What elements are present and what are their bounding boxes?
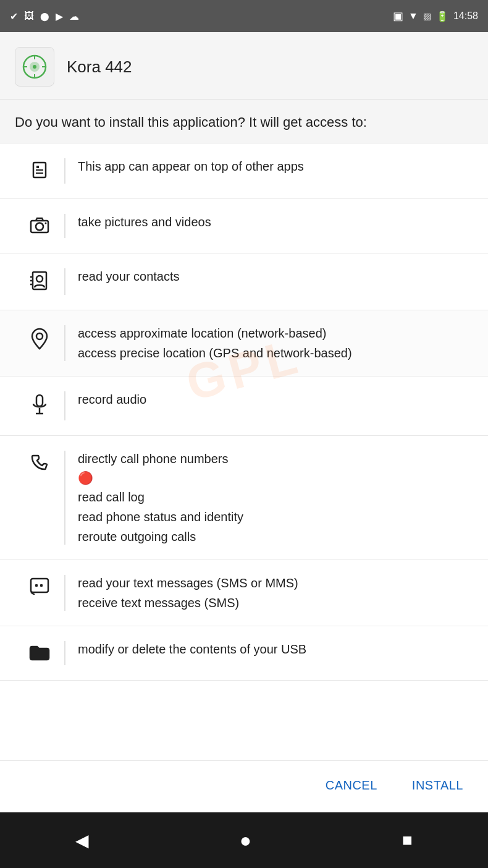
install-question-text: Do you want to install this application?… [15,114,367,130]
permission-item-phone: directly call phone numbers 🔴 read call … [0,436,488,560]
permission-text-call: directly call phone numbers [78,451,473,467]
permission-text-audio: record audio [78,391,473,407]
permission-texts: modify or delete the contents of your US… [78,641,473,657]
warning-emoji: 🔴 [78,470,93,485]
mic-icon [32,394,48,420]
permission-text-contacts: read your contacts [78,268,473,284]
divider [64,391,65,420]
permission-item-storage: modify or delete the contents of your US… [0,626,488,681]
permission-text-calllog: read call log [78,489,473,505]
permissions-list: This app can appear on top of other apps… [0,143,488,760]
contacts-icon [30,271,49,295]
recents-button[interactable]: ■ [402,830,413,850]
cancel-button[interactable]: CANCEL [316,771,387,800]
play-icon: ▶ [56,11,63,22]
svg-rect-24 [35,584,38,587]
install-question: Do you want to install this application?… [0,100,488,143]
home-button[interactable]: ● [240,829,251,852]
permission-icon-col [15,214,64,238]
permission-text-storage: modify or delete the contents of your US… [78,641,473,657]
permission-icon-col [15,575,64,599]
permission-item-contacts: read your contacts [0,253,488,310]
cloud-icon: ☁ [69,11,79,22]
permission-texts: read your text messages (SMS or MMS) rec… [78,575,473,611]
permission-item-sms: read your text messages (SMS or MMS) rec… [0,560,488,626]
svg-rect-20 [36,395,43,406]
divider [64,268,65,295]
back-button[interactable]: ◀ [75,830,89,851]
divider [64,214,65,238]
circle-icon: ⬤ [40,12,49,21]
svg-rect-23 [31,579,48,592]
permission-texts: read your contacts [78,268,473,284]
divider [64,451,65,545]
permission-text-location-precise: access precise location (GPS and network… [78,345,473,361]
svg-point-2 [33,65,36,69]
permission-texts: access approximate location (network-bas… [78,325,473,361]
action-buttons: CANCEL INSTALL [0,760,488,812]
permission-item-camera: take pictures and videos [0,199,488,253]
permission-text-phonestatus: read phone status and identity [78,509,473,525]
permission-item-location: access approximate location (network-bas… [0,310,488,377]
svg-point-15 [36,276,43,282]
app-icon [15,47,54,87]
divider [64,325,65,361]
app-header: Kora 442 [0,32,488,100]
svg-point-12 [36,223,43,230]
divider [64,641,65,665]
permission-texts: record audio [78,391,473,407]
nav-bar: ◀ ● ■ [0,812,488,868]
main-content: Kora 442 Do you want to install this app… [0,32,488,812]
permission-warning-money: 🔴 [78,470,473,485]
vibrate-icon: ▣ [393,9,403,23]
time-display: 14:58 [453,11,478,22]
permission-icon-col [15,451,64,477]
phone-icon [30,453,49,477]
svg-rect-25 [40,584,43,587]
battery-icon: 🔋 [436,11,448,22]
signal-off-icon: ▨ [423,11,431,21]
permission-text-reroute: reroute outgoing calls [78,529,473,545]
permission-icon-col [15,158,64,184]
svg-rect-8 [36,166,39,168]
status-bar-right: ▣ ▼ ▨ 🔋 14:58 [393,9,478,23]
wifi-icon: ▼ [408,11,418,22]
permission-text-sms-read: read your text messages (SMS or MMS) [78,575,473,591]
divider [64,158,65,184]
app-name: Kora 442 [67,57,132,77]
location-icon [31,328,48,354]
svg-point-13 [45,222,47,224]
permission-text-camera: take pictures and videos [78,214,473,230]
permission-item-overlay: This app can appear on top of other apps [0,143,488,199]
check-icon: ✔ [10,11,18,22]
status-bar: ✔ 🖼 ⬤ ▶ ☁ ▣ ▼ ▨ 🔋 14:58 [0,0,488,32]
install-button[interactable]: INSTALL [402,771,473,800]
divider [64,575,65,611]
permission-text-sms-receive: receive text messages (SMS) [78,595,473,611]
permission-icon-col [15,391,64,420]
permission-icon-col [15,268,64,295]
permission-item-audio: record audio [0,377,488,436]
folder-icon [29,644,50,665]
image-icon: 🖼 [24,11,34,22]
info-icon [30,161,49,184]
camera-icon [30,216,49,238]
permission-text-location-approx: access approximate location (network-bas… [78,325,473,341]
permission-texts: take pictures and videos [78,214,473,230]
permission-texts: directly call phone numbers 🔴 read call … [78,451,473,545]
sms-icon [30,577,49,599]
permission-icon-col [15,325,64,354]
status-bar-left-icons: ✔ 🖼 ⬤ ▶ ☁ [10,11,79,22]
permission-icon-col [15,641,64,665]
permission-texts: This app can appear on top of other apps [78,158,473,174]
svg-point-19 [36,333,43,339]
permission-text-overlay: This app can appear on top of other apps [78,158,473,174]
